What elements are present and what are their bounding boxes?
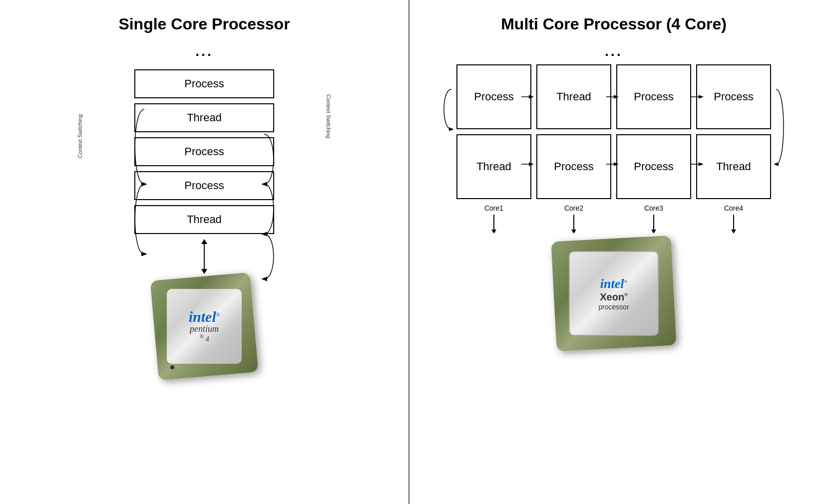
core4-label: Core4 [724,204,743,212]
core3-col: Core3 [616,204,691,234]
core4-arrowhead [731,230,736,234]
grid-r1c3: Process [616,64,691,129]
core1-arrow-line [493,215,494,230]
single-box-1: Process [134,69,274,98]
grid-r1c4: Process [696,64,771,129]
core2-arrow-line [573,215,574,230]
core1-label: Core1 [484,204,503,212]
xeon-cpu-container: intel® Xeon® processor [554,239,674,348]
single-box-5: Thread [134,205,274,234]
core2-col: Core2 [536,204,611,234]
cpu-dot [170,365,175,370]
arrow-down-head [201,269,207,274]
core3-arrow [651,215,656,234]
cpu-pentium4-inner: intel® pentium ® 4 [167,289,242,364]
single-box-4: Process [134,171,274,200]
core2-arrowhead [571,230,576,234]
left-ellipsis: ... [195,43,213,59]
arrow-up-head [201,239,207,244]
pentium-4-text: ® 4 [199,333,209,343]
right-panel: Multi Core Processor (4 Core) ... [409,0,818,504]
core2-label: Core2 [564,204,583,212]
xeon-intel-logo: intel® [600,276,627,291]
intel-logo: intel® [189,309,220,324]
grid-r2c4: Thread [696,134,771,199]
core4-col: Core4 [696,204,771,234]
context-switching-right: Context Switching [326,94,332,138]
core4-arrow [731,215,736,234]
cpu-xeon: intel® Xeon® processor [551,236,676,351]
grid-r2c2: Process [536,134,611,199]
core1-col: Core1 [456,204,531,234]
core1-arrowhead [491,230,496,234]
xeon-proc-text: processor [598,303,629,311]
left-title: Single Core Processor [118,15,290,33]
grid-r2c1: Thread [456,134,531,199]
context-switching-left: Context Switching [77,114,83,158]
single-core-diagram: Context Switching Context Switching Proc… [124,69,284,239]
core1-arrow [491,215,496,234]
core3-arrow-line [653,215,654,230]
xeon-brand: Xeon® [600,291,628,303]
core3-arrowhead [651,230,656,234]
right-ellipsis: ... [605,43,622,59]
core3-label: Core3 [644,204,663,212]
multi-core-diagram: Process Thread Process Process Thread Pr… [439,64,789,234]
grid-r1c1: Process [456,64,531,129]
pentium-text: pentium [190,324,219,333]
cpu-xeon-inner: intel® Xeon® processor [569,251,659,336]
arrow-line [204,244,205,269]
core2-arrow [571,215,576,234]
single-box-2: Thread [134,103,274,132]
left-panel: Single Core Processor ... Context Switch… [0,0,409,504]
grid-r1c2: Thread [536,64,611,129]
right-title: Multi Core Processor (4 Core) [501,15,727,33]
single-cpu-arrow [201,239,207,274]
multi-grid-row-1: Process Thread Process Process [439,64,789,129]
grid-r2c3: Process [616,134,691,199]
multi-grid-row-2: Thread Process Process Thread [439,134,789,199]
cores-labels-row: Core1 Core2 Core3 [439,204,789,234]
cpu-pentium4: intel® pentium ® 4 [150,272,259,381]
core4-arrow-line [733,215,734,230]
single-box-3: Process [134,137,274,166]
